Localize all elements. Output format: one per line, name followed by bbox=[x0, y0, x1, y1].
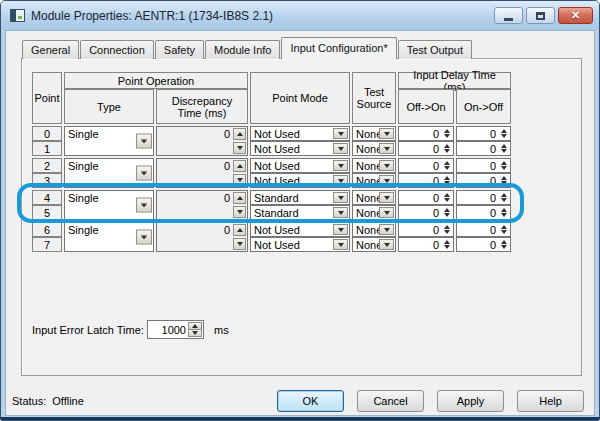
chevron-down-icon[interactable] bbox=[136, 134, 152, 149]
spinner-arrows-icon[interactable] bbox=[500, 192, 508, 203]
test-source-dropdown-4[interactable]: None bbox=[352, 190, 396, 205]
off-on-spinner-2[interactable]: 0 bbox=[398, 158, 454, 173]
chevron-down-icon[interactable] bbox=[379, 143, 394, 154]
chevron-down-icon[interactable] bbox=[333, 143, 348, 154]
chevron-down-icon[interactable] bbox=[379, 207, 394, 218]
on-off-spinner-1[interactable]: 0 bbox=[456, 141, 511, 156]
spin-down-icon[interactable] bbox=[233, 206, 246, 218]
spinner-arrows-icon[interactable] bbox=[500, 175, 508, 186]
chevron-down-icon[interactable] bbox=[136, 230, 152, 245]
spin-down-icon[interactable] bbox=[233, 238, 246, 250]
discrepancy-spinner-2[interactable]: 0 bbox=[156, 158, 248, 188]
cancel-button[interactable]: Cancel bbox=[357, 390, 424, 412]
chevron-down-icon[interactable] bbox=[379, 239, 394, 250]
on-off-spinner-3[interactable]: 0 bbox=[456, 173, 511, 188]
on-off-spinner-6[interactable]: 0 bbox=[456, 222, 511, 237]
spin-up-icon[interactable] bbox=[233, 160, 246, 172]
tab-input-configuration[interactable]: Input Configuration* bbox=[281, 37, 396, 59]
spinner-arrows-icon[interactable] bbox=[443, 128, 451, 139]
point-mode-dropdown-7[interactable]: Not Used bbox=[250, 237, 350, 252]
discrepancy-spinner-4[interactable]: 0 bbox=[156, 190, 248, 220]
tab-safety[interactable]: Safety bbox=[155, 40, 204, 59]
discrepancy-spinner-0[interactable]: 0 bbox=[156, 126, 248, 156]
on-off-spinner-5[interactable]: 0 bbox=[456, 205, 511, 220]
tab-general[interactable]: General bbox=[22, 40, 79, 59]
chevron-down-icon[interactable] bbox=[333, 192, 348, 203]
spinner-arrows-icon[interactable] bbox=[443, 143, 451, 154]
off-on-spinner-7[interactable]: 0 bbox=[398, 237, 454, 252]
close-button[interactable]: ✕ bbox=[558, 7, 593, 24]
spinner-arrows-icon[interactable] bbox=[500, 239, 508, 250]
off-on-spinner-6[interactable]: 0 bbox=[398, 222, 454, 237]
point-mode-dropdown-4[interactable]: Standard bbox=[250, 190, 350, 205]
spinner-arrows-icon[interactable] bbox=[443, 239, 451, 250]
chevron-down-icon[interactable] bbox=[333, 239, 348, 250]
on-off-spinner-0[interactable]: 0 bbox=[456, 126, 511, 141]
point-mode-dropdown-2[interactable]: Not Used bbox=[250, 158, 350, 173]
point-mode-dropdown-3[interactable]: Not Used bbox=[250, 173, 350, 188]
chevron-down-icon[interactable] bbox=[333, 128, 348, 139]
test-source-dropdown-2[interactable]: None bbox=[352, 158, 396, 173]
input-error-latch-spinner[interactable]: 1000 bbox=[147, 320, 204, 339]
test-source-dropdown-1[interactable]: None bbox=[352, 141, 396, 156]
type-dropdown-2[interactable]: Single bbox=[64, 158, 154, 188]
spin-up-icon[interactable] bbox=[233, 224, 246, 236]
spin-up-icon[interactable] bbox=[233, 128, 246, 140]
spin-up-icon[interactable] bbox=[233, 192, 246, 204]
point-mode-dropdown-0[interactable]: Not Used bbox=[250, 126, 350, 141]
test-source-dropdown-3[interactable]: None bbox=[352, 173, 396, 188]
on-off-spinner-7[interactable]: 0 bbox=[456, 237, 511, 252]
spinner-arrows-icon[interactable] bbox=[500, 207, 508, 218]
spin-down-icon[interactable] bbox=[233, 142, 246, 154]
tab-module-info[interactable]: Module Info bbox=[205, 40, 280, 59]
help-button[interactable]: Help bbox=[517, 390, 584, 412]
chevron-down-icon[interactable] bbox=[333, 160, 348, 171]
chevron-down-icon[interactable] bbox=[379, 128, 394, 139]
off-on-spinner-1[interactable]: 0 bbox=[398, 141, 454, 156]
on-off-spinner-2[interactable]: 0 bbox=[456, 158, 511, 173]
discrepancy-spinner-6[interactable]: 0 bbox=[156, 222, 248, 252]
spinner-arrows-icon[interactable] bbox=[500, 128, 508, 139]
chevron-down-icon[interactable] bbox=[136, 198, 152, 213]
spinner-arrows-icon[interactable] bbox=[500, 143, 508, 154]
test-source-dropdown-7[interactable]: None bbox=[352, 237, 396, 252]
chevron-down-icon[interactable] bbox=[333, 224, 348, 235]
chevron-down-icon[interactable] bbox=[379, 192, 394, 203]
test-source-dropdown-5[interactable]: None bbox=[352, 205, 396, 220]
chevron-down-icon[interactable] bbox=[379, 175, 394, 186]
type-dropdown-0[interactable]: Single bbox=[64, 126, 154, 156]
apply-button[interactable]: Apply bbox=[437, 390, 504, 412]
test-source-dropdown-6[interactable]: None bbox=[352, 222, 396, 237]
spinner-arrows-icon[interactable] bbox=[500, 224, 508, 235]
tab-connection[interactable]: Connection bbox=[80, 40, 154, 59]
type-dropdown-4[interactable]: Single bbox=[64, 190, 154, 220]
point-mode-dropdown-1[interactable]: Not Used bbox=[250, 141, 350, 156]
off-on-spinner-0[interactable]: 0 bbox=[398, 126, 454, 141]
type-dropdown-6[interactable]: Single bbox=[64, 222, 154, 252]
chevron-down-icon[interactable] bbox=[136, 166, 152, 181]
on-off-spinner-4[interactable]: 0 bbox=[456, 190, 511, 205]
maximize-button[interactable] bbox=[526, 7, 555, 24]
chevron-down-icon[interactable] bbox=[333, 175, 348, 186]
chevron-down-icon[interactable] bbox=[379, 224, 394, 235]
chevron-down-icon[interactable] bbox=[379, 160, 394, 171]
test-source-dropdown-0[interactable]: None bbox=[352, 126, 396, 141]
off-on-spinner-3[interactable]: 0 bbox=[398, 173, 454, 188]
minimize-button[interactable] bbox=[494, 7, 523, 24]
point-mode-dropdown-6[interactable]: Not Used bbox=[250, 222, 350, 237]
off-on-spinner-4[interactable]: 0 bbox=[398, 190, 454, 205]
point-mode-dropdown-5[interactable]: Standard bbox=[250, 205, 350, 220]
spinner-arrows-icon[interactable] bbox=[443, 175, 451, 186]
spinner-arrows-icon[interactable] bbox=[443, 207, 451, 218]
spin-down-icon[interactable] bbox=[233, 174, 246, 186]
spin-down-icon[interactable] bbox=[188, 329, 202, 337]
ok-button[interactable]: OK bbox=[277, 390, 344, 412]
spinner-arrows-icon[interactable] bbox=[443, 160, 451, 171]
tab-test-output[interactable]: Test Output bbox=[398, 40, 472, 59]
spinner-arrows-icon[interactable] bbox=[443, 192, 451, 203]
spinner-arrows-icon[interactable] bbox=[443, 224, 451, 235]
off-on-spinner-5[interactable]: 0 bbox=[398, 205, 454, 220]
spinner-arrows-icon[interactable] bbox=[500, 160, 508, 171]
titlebar[interactable]: Module Properties: AENTR:1 (1734-IB8S 2.… bbox=[1, 1, 599, 30]
chevron-down-icon[interactable] bbox=[333, 207, 348, 218]
